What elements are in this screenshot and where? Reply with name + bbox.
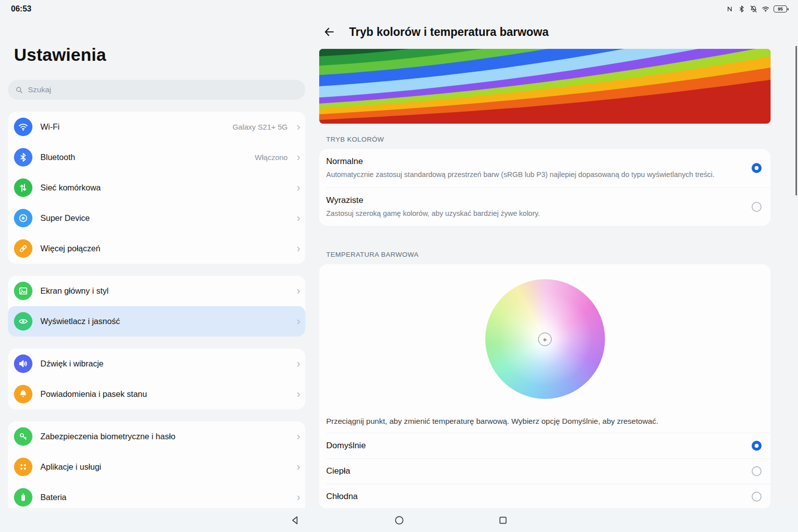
sidebar-item-apps-services[interactable]: Aplikacje i usługi › xyxy=(8,452,305,482)
nav-recents-icon xyxy=(498,515,508,526)
chevron-right-icon: › xyxy=(297,492,300,503)
radio-cold[interactable] xyxy=(752,492,762,502)
navigation-bar xyxy=(0,508,798,532)
section-label-color-mode: TRYB KOLORÓW xyxy=(326,136,771,143)
picture-icon xyxy=(14,282,32,300)
sidebar-item-notifications[interactable]: Powiadomienia i pasek stanu › xyxy=(8,379,305,409)
sidebar-item-label: Powiadomienia i pasek stanu xyxy=(40,389,288,399)
search-icon xyxy=(15,86,23,94)
chevron-right-icon: › xyxy=(297,243,300,254)
temperature-card: + Przeciągnij punkt, aby zmienić tempera… xyxy=(319,264,771,509)
bell-icon xyxy=(14,385,32,403)
sidebar-item-label: Wi-Fi xyxy=(40,122,224,132)
sidebar-item-label: Sieć komórkowa xyxy=(40,183,288,192)
detail-header: Tryb kolorów i temperatura barwowa xyxy=(319,24,771,40)
notifications-off-icon xyxy=(750,5,758,13)
wifi-icon xyxy=(762,5,770,13)
option-vivid-label: Wyraziste xyxy=(326,195,744,205)
status-icons: 95 xyxy=(726,5,787,13)
sidebar-item-display-brightness[interactable]: Wyświetlacz i jasność › xyxy=(8,306,305,337)
option-default[interactable]: Domyślnie xyxy=(319,433,771,458)
option-cold-label: Chłodna xyxy=(326,492,358,502)
detail-title: Tryb kolorów i temperatura barwowa xyxy=(349,25,549,39)
battery-percent: 95 xyxy=(778,7,783,11)
mobile-network-icon xyxy=(14,178,32,197)
apps-grid-icon xyxy=(14,458,32,476)
sidebar-item-more-connections[interactable]: Więcej połączeń › xyxy=(8,233,305,264)
option-normal-label: Normalne xyxy=(326,157,744,167)
battery-icon xyxy=(14,488,32,507)
clock: 06:53 xyxy=(11,4,31,13)
chevron-right-icon: › xyxy=(297,152,300,163)
chevron-right-icon: › xyxy=(297,431,300,442)
scrollbar[interactable] xyxy=(796,46,798,195)
sidebar-item-biometrics-password[interactable]: Zabezpieczenia biometryczne i hasło › xyxy=(8,421,305,452)
sidebar-item-label: Bateria xyxy=(40,493,288,502)
chevron-right-icon: › xyxy=(297,213,300,224)
back-arrow-icon xyxy=(323,26,335,38)
battery-indicator: 95 xyxy=(774,5,787,12)
radio-default-selected[interactable] xyxy=(752,441,762,451)
radio-vivid[interactable] xyxy=(752,202,762,212)
color-mode-card: Normalne Automatycznie zastosuj standard… xyxy=(319,149,771,226)
option-warm[interactable]: Ciepła xyxy=(319,459,771,484)
link-icon xyxy=(14,239,32,258)
color-temperature-wheel[interactable]: + xyxy=(485,279,605,399)
wheel-drag-handle[interactable]: + xyxy=(538,333,552,346)
sidebar-item-value: Włączono xyxy=(255,153,288,162)
sidebar-item-value: Galaxy S21+ 5G xyxy=(232,123,287,131)
nav-home-icon xyxy=(394,515,404,526)
bluetooth-icon xyxy=(14,148,32,167)
back-button[interactable] xyxy=(321,24,337,40)
sidebar-item-super-device[interactable]: Super Device › xyxy=(8,203,305,233)
sidebar-item-home-screen-style[interactable]: Ekran główny i styl › xyxy=(8,276,305,306)
radio-warm[interactable] xyxy=(752,466,762,476)
search-bar[interactable] xyxy=(8,80,305,100)
chevron-right-icon: › xyxy=(297,286,300,297)
chevron-right-icon: › xyxy=(297,462,300,473)
nav-home-button[interactable] xyxy=(390,511,408,529)
sidebar-item-label: Dźwięk i wibracje xyxy=(40,359,288,368)
sidebar-item-mobile-network[interactable]: Sieć komórkowa › xyxy=(8,173,305,203)
sidebar-item-bluetooth[interactable]: Bluetooth Włączono › xyxy=(8,142,305,173)
option-normal-description: Automatycznie zastosuj standardową przes… xyxy=(326,170,744,180)
sidebar-item-label: Wyświetlacz i jasność xyxy=(40,317,288,326)
chevron-right-icon: › xyxy=(297,316,300,327)
temperature-hint: Przeciągnij punkt, aby zmienić temperatu… xyxy=(319,399,771,433)
speaker-icon xyxy=(14,355,32,373)
nav-recents-button[interactable] xyxy=(494,511,512,529)
option-normal[interactable]: Normalne Automatycznie zastosuj standard… xyxy=(319,149,771,187)
nav-back-button[interactable] xyxy=(286,511,304,529)
sidebar-item-label: Super Device xyxy=(40,213,288,223)
page-title: Ustawienia xyxy=(14,45,305,65)
chevron-right-icon: › xyxy=(297,358,300,369)
super-device-icon xyxy=(14,209,32,227)
status-bar: 06:53 95 xyxy=(0,0,798,18)
option-vivid[interactable]: Wyraziste Zastosuj szeroką gamę kolorów,… xyxy=(319,188,771,226)
detail-pane: Tryb kolorów i temperatura barwowa TRYB … xyxy=(319,18,771,509)
nav-back-icon xyxy=(290,515,301,526)
sidebar-group-connections: Wi-Fi Galaxy S21+ 5G › Bluetooth Włączon… xyxy=(8,112,305,264)
sidebar-group-security-apps: Zabezpieczenia biometryczne i hasło › Ap… xyxy=(8,421,305,513)
sidebar-item-wifi[interactable]: Wi-Fi Galaxy S21+ 5G › xyxy=(8,112,305,142)
search-input[interactable] xyxy=(28,85,298,94)
radio-normal-selected[interactable] xyxy=(752,163,762,173)
sidebar-group-display: Ekran główny i styl › Wyświetlacz i jasn… xyxy=(8,276,305,337)
wifi-icon xyxy=(14,118,32,136)
key-icon xyxy=(14,427,32,446)
settings-sidebar: Ustawienia Wi-Fi Galaxy S21+ 5G › Blueto… xyxy=(8,18,305,513)
nfc-icon xyxy=(726,5,734,13)
option-warm-label: Ciepła xyxy=(326,466,350,476)
sidebar-item-label: Więcej połączeń xyxy=(40,244,288,253)
sidebar-item-label: Zabezpieczenia biometryczne i hasło xyxy=(40,432,288,441)
chevron-right-icon: › xyxy=(297,122,300,133)
color-banner-image xyxy=(319,49,771,124)
sidebar-group-sound-notifications: Dźwięk i wibracje › Powiadomienia i pase… xyxy=(8,349,305,409)
chevron-right-icon: › xyxy=(297,389,300,400)
sidebar-item-sound-vibration[interactable]: Dźwięk i wibracje › xyxy=(8,349,305,379)
section-label-temperature: TEMPERATURA BARWOWA xyxy=(326,251,771,258)
option-cold[interactable]: Chłodna xyxy=(319,484,771,509)
chevron-right-icon: › xyxy=(297,182,300,193)
eye-icon xyxy=(14,312,32,331)
sidebar-item-label: Aplikacje i usługi xyxy=(40,462,288,472)
